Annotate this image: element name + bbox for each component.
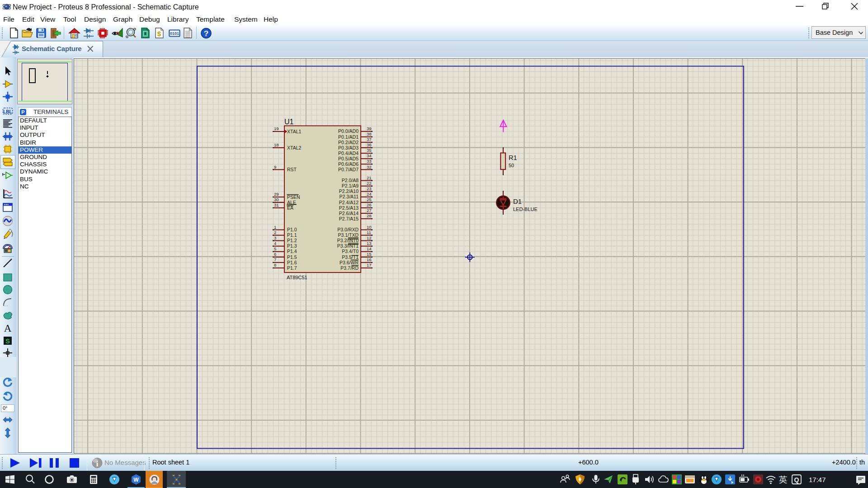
svg-text:2: 2: [274, 230, 276, 235]
svg-text:24: 24: [367, 192, 372, 197]
svg-text:38: 38: [367, 131, 372, 136]
svg-text:39: 39: [367, 126, 372, 131]
svg-text:30: 30: [274, 197, 279, 202]
svg-text:37: 37: [367, 137, 372, 142]
svg-text:10: 10: [367, 225, 372, 230]
svg-text:U1: U1: [284, 118, 294, 126]
svg-text:34: 34: [367, 153, 372, 158]
svg-text:7: 7: [274, 257, 276, 262]
svg-text:P3.4/T0: P3.4/T0: [342, 249, 359, 254]
svg-text:P1.1: P1.1: [287, 232, 297, 238]
svg-text:50: 50: [509, 163, 514, 168]
svg-text:P2.4/A12: P2.4/A12: [339, 200, 359, 205]
svg-text:8: 8: [274, 263, 276, 267]
svg-text:35: 35: [367, 148, 372, 153]
svg-text:3: 3: [274, 235, 276, 240]
svg-text:RST: RST: [287, 167, 297, 172]
svg-text:PSEN: PSEN: [287, 194, 300, 200]
svg-text:P1.7: P1.7: [287, 265, 297, 271]
svg-text:18: 18: [274, 142, 279, 147]
svg-text:P3.3/INT1: P3.3/INT1: [337, 243, 359, 249]
svg-text:P3.0/RXD: P3.0/RXD: [337, 227, 359, 232]
svg-text:P3.2/INT0: P3.2/INT0: [337, 238, 359, 243]
svg-text:XTAL1: XTAL1: [287, 129, 301, 134]
svg-text:P1.3: P1.3: [287, 243, 297, 249]
svg-text:17: 17: [367, 263, 372, 267]
svg-text:P2.0/A8: P2.0/A8: [342, 178, 359, 183]
svg-text:XTAL2: XTAL2: [287, 145, 301, 150]
svg-text:12: 12: [367, 235, 372, 240]
svg-text:?: ?: [204, 29, 208, 38]
svg-text:LED-BLUE: LED-BLUE: [513, 206, 538, 212]
svg-text:$: $: [157, 30, 161, 38]
svg-text:P0.3/AD3: P0.3/AD3: [338, 145, 359, 150]
svg-text:W: W: [133, 477, 139, 483]
svg-text:ALE: ALE: [287, 200, 296, 205]
svg-text:P1.4: P1.4: [287, 249, 297, 254]
svg-text:英: 英: [779, 475, 788, 484]
svg-text:P1.5: P1.5: [287, 254, 297, 260]
svg-text:P3.6/WR: P3.6/WR: [340, 260, 359, 265]
svg-text:9: 9: [274, 164, 276, 169]
svg-text:P0.0/AD0: P0.0/AD0: [338, 128, 359, 134]
svg-text:AT89C51: AT89C51: [287, 275, 307, 280]
svg-text:i: i: [96, 460, 99, 468]
svg-text:P1.0: P1.0: [287, 227, 297, 232]
svg-text:P2.7/A15: P2.7/A15: [339, 216, 359, 221]
svg-text:1: 1: [274, 225, 276, 230]
svg-text:P0.6/AD6: P0.6/AD6: [338, 161, 359, 167]
svg-text:P3.5/T1: P3.5/T1: [342, 254, 359, 260]
svg-text:21: 21: [367, 175, 372, 180]
svg-text:P2.2/A10: P2.2/A10: [339, 188, 359, 194]
svg-text:11: 11: [367, 230, 371, 235]
svg-text:A: A: [4, 323, 12, 333]
svg-text:R1: R1: [509, 154, 517, 161]
svg-text:13: 13: [367, 241, 372, 246]
svg-text:19: 19: [274, 126, 279, 131]
svg-text:P0.4/AD4: P0.4/AD4: [338, 150, 359, 156]
svg-text:LBL: LBL: [3, 109, 12, 114]
svg-text:15: 15: [367, 252, 372, 257]
svg-text:P2.5/A13: P2.5/A13: [339, 205, 359, 211]
svg-text:P2.6/A14: P2.6/A14: [339, 211, 359, 216]
svg-text:31: 31: [274, 202, 279, 207]
svg-text:28: 28: [367, 213, 372, 218]
svg-text:P0.1/AD1: P0.1/AD1: [338, 134, 359, 140]
svg-text:D1: D1: [513, 197, 522, 205]
svg-text:14: 14: [367, 246, 372, 251]
svg-text:33: 33: [367, 159, 372, 164]
svg-text:P2.1/A9: P2.1/A9: [342, 183, 359, 188]
svg-text:P0.5/AD5: P0.5/AD5: [338, 156, 359, 161]
svg-text:22: 22: [367, 181, 372, 186]
svg-text:23: 23: [367, 186, 372, 191]
svg-text:P3.7/RD: P3.7/RD: [340, 265, 359, 271]
svg-text:32: 32: [367, 164, 372, 169]
svg-text:P3.1/TXD: P3.1/TXD: [338, 232, 359, 238]
svg-text:Q: Q: [794, 476, 799, 483]
svg-text:25: 25: [367, 197, 372, 202]
svg-text:P1.2: P1.2: [287, 238, 297, 243]
svg-text:29: 29: [274, 192, 279, 197]
svg-text:P0.2/AD2: P0.2/AD2: [338, 140, 359, 145]
svg-text:5: 5: [274, 246, 276, 251]
svg-text:27: 27: [367, 208, 372, 213]
svg-text:P0.7/AD7: P0.7/AD7: [338, 167, 359, 172]
svg-text:6: 6: [274, 252, 276, 257]
svg-text:26: 26: [367, 202, 372, 207]
svg-text:S: S: [5, 337, 10, 345]
svg-text:36: 36: [367, 142, 372, 147]
svg-text:P1.6: P1.6: [287, 260, 297, 265]
svg-text:P2.3/A11: P2.3/A11: [340, 194, 359, 199]
svg-text:16: 16: [367, 257, 372, 262]
svg-text:4: 4: [274, 241, 276, 246]
svg-text:0101: 0101: [170, 31, 179, 36]
